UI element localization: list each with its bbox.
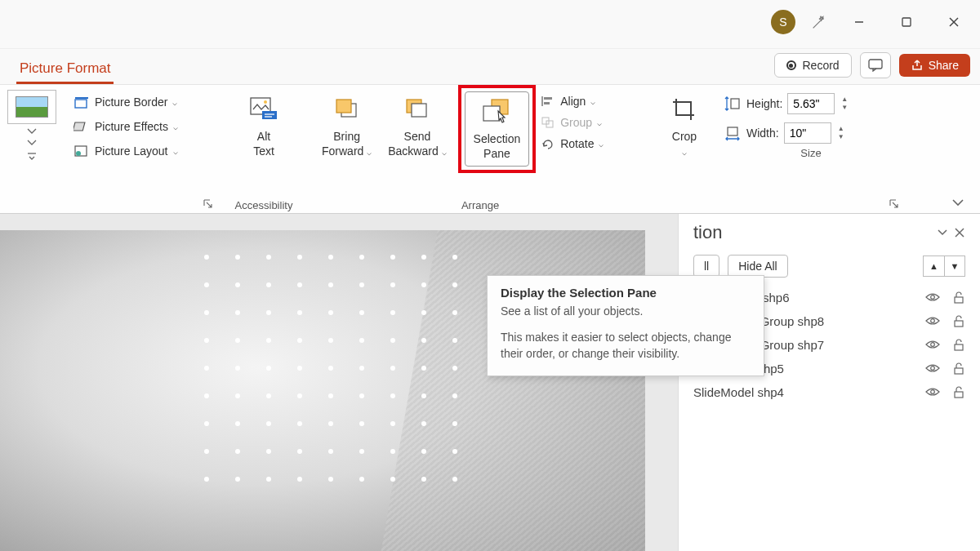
show-all-button[interactable]: ll: [693, 255, 719, 278]
eye-icon[interactable]: [924, 291, 941, 304]
height-icon: [724, 95, 742, 113]
effects-icon: [74, 119, 90, 134]
record-icon: [786, 60, 796, 70]
svg-rect-35: [955, 344, 963, 350]
tab-picture-format[interactable]: Picture Format: [16, 56, 114, 84]
more-styles-icon[interactable]: [26, 150, 38, 162]
selection-pane-icon: [480, 96, 513, 128]
crop-icon: [668, 93, 701, 126]
group-icon: [541, 116, 555, 129]
selection-pane-button[interactable]: Selection Pane: [465, 91, 530, 167]
svg-rect-26: [731, 99, 739, 109]
selection-pane-title: tion: [693, 222, 722, 243]
selection-pane-panel: tion ll Hide All ▲ ▼ Model shp6SliModel …: [678, 214, 980, 551]
tooltip-title: Display the Selection Pane: [501, 286, 751, 300]
share-label: Share: [929, 59, 959, 72]
height-spinner[interactable]: ▲▼: [840, 96, 849, 112]
chevron-down-icon[interactable]: [26, 127, 38, 136]
lock-icon[interactable]: [952, 315, 965, 328]
send-backward-button[interactable]: Send Backward ⌵: [381, 90, 452, 162]
share-button[interactable]: Share: [899, 54, 970, 77]
chevron-down-icon: ⌵: [599, 140, 604, 149]
picture-effects-menu[interactable]: Picture Effects⌵: [70, 118, 212, 136]
record-button[interactable]: Record: [774, 53, 852, 78]
svg-rect-33: [955, 321, 963, 327]
chevron-down-icon[interactable]: [26, 139, 38, 147]
svg-rect-6: [75, 100, 87, 108]
user-avatar[interactable]: S: [771, 10, 795, 34]
chevron-down-icon: ⌵: [173, 147, 178, 156]
rotate-menu[interactable]: Rotate⌵: [541, 137, 604, 150]
comments-button[interactable]: [860, 52, 891, 78]
align-icon: [541, 95, 555, 108]
svg-rect-27: [728, 127, 737, 136]
chevron-down-icon: ⌵: [367, 148, 372, 157]
svg-point-36: [931, 366, 935, 370]
hide-all-button[interactable]: Hide All: [728, 255, 787, 278]
svg-rect-37: [955, 368, 963, 374]
group-menu: Group⌵: [541, 116, 604, 129]
collapse-ribbon-icon[interactable]: [951, 197, 965, 208]
layout-icon: [74, 144, 90, 158]
svg-point-32: [931, 318, 935, 322]
chevron-down-icon: ⌵: [173, 122, 178, 131]
eye-icon[interactable]: [924, 362, 941, 375]
alt-text-button[interactable]: Alt Text: [241, 90, 287, 162]
dialog-launcher-icon[interactable]: [203, 198, 214, 210]
tooltip-sub: See a list of all your objects.: [501, 304, 751, 318]
lock-icon[interactable]: [952, 362, 965, 375]
group-label-accessibility: Accessibility: [225, 196, 302, 211]
svg-rect-16: [336, 100, 351, 113]
width-spinner[interactable]: ▲▼: [836, 125, 846, 141]
wand-icon[interactable]: [810, 13, 828, 31]
chevron-down-icon: ⌵: [597, 118, 602, 127]
svg-rect-23: [544, 102, 550, 104]
lock-icon[interactable]: [952, 339, 965, 352]
align-menu[interactable]: Align⌵: [541, 95, 604, 108]
rotate-icon: [541, 137, 555, 150]
width-icon: [724, 124, 742, 142]
lock-icon[interactable]: [952, 291, 965, 304]
eye-icon[interactable]: [924, 386, 941, 399]
alt-text-icon: [247, 93, 280, 126]
minimize-button[interactable]: [843, 10, 875, 34]
svg-rect-18: [412, 104, 426, 117]
titlebar: S: [0, 0, 980, 49]
eye-icon[interactable]: [924, 315, 941, 328]
lock-icon[interactable]: [952, 386, 965, 399]
height-input[interactable]: [787, 93, 835, 114]
picture-layout-menu[interactable]: Picture Layout⌵: [70, 142, 212, 160]
picture-border-menu[interactable]: Picture Border⌵: [70, 93, 212, 111]
svg-rect-20: [483, 106, 500, 121]
chevron-down-icon: ⌵: [590, 97, 595, 106]
chevron-down-icon: ⌵: [172, 98, 177, 107]
close-button[interactable]: [938, 10, 970, 34]
svg-rect-4: [869, 60, 882, 69]
crop-button[interactable]: Crop⌵: [662, 90, 707, 162]
maximize-button[interactable]: [890, 10, 923, 34]
group-label-size: Size: [724, 144, 898, 159]
svg-point-9: [76, 151, 81, 156]
svg-rect-31: [955, 297, 963, 303]
bring-forward-button[interactable]: Bring Forward ⌵: [315, 90, 378, 162]
tooltip-selection-pane: Display the Selection Pane See a list of…: [487, 275, 764, 376]
dialog-launcher-icon[interactable]: [889, 198, 900, 210]
picture-style-thumb[interactable]: [7, 90, 56, 124]
slide-canvas[interactable]: [0, 214, 678, 551]
chevron-down-icon: ⌵: [682, 148, 687, 157]
bring-forward-icon: [331, 93, 363, 126]
width-label: Width:: [746, 127, 779, 140]
svg-point-30: [931, 295, 935, 299]
move-up-button[interactable]: ▲: [923, 256, 944, 277]
svg-rect-39: [955, 392, 963, 398]
move-down-button[interactable]: ▼: [944, 256, 965, 277]
svg-rect-7: [74, 122, 85, 131]
svg-rect-12: [262, 111, 277, 119]
chevron-down-icon[interactable]: [936, 227, 949, 238]
width-input[interactable]: [784, 122, 831, 144]
ribbon-tabs: Picture Format Record Share: [0, 49, 980, 85]
close-icon[interactable]: [954, 227, 965, 238]
list-item[interactable]: SlideModel shp4: [693, 385, 965, 399]
eye-icon[interactable]: [924, 339, 941, 352]
svg-point-11: [264, 100, 267, 104]
